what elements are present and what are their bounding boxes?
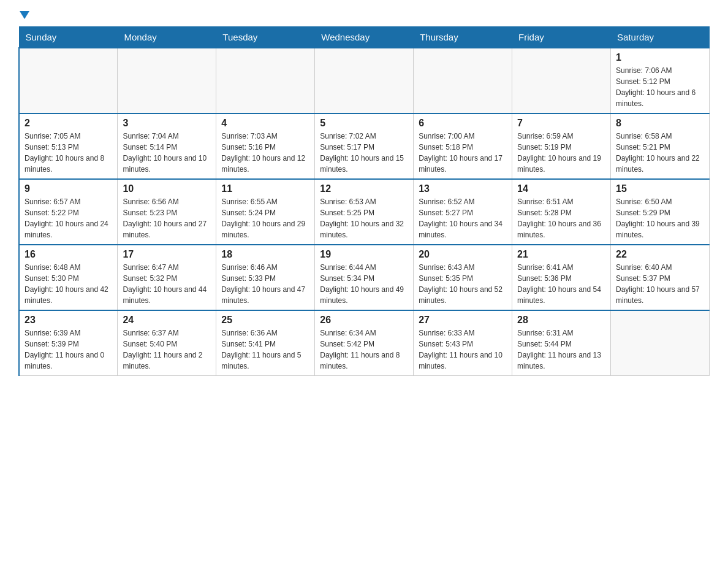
day-number: 2 <box>25 118 112 129</box>
calendar-cell: 10Sunrise: 6:56 AMSunset: 5:23 PMDayligh… <box>118 179 216 245</box>
day-info: Sunrise: 6:36 AMSunset: 5:41 PMDaylight:… <box>221 327 309 372</box>
calendar-cell: 28Sunrise: 6:31 AMSunset: 5:44 PMDayligh… <box>512 310 611 376</box>
calendar-cell: 23Sunrise: 6:39 AMSunset: 5:39 PMDayligh… <box>19 310 118 376</box>
calendar-cell: 22Sunrise: 6:40 AMSunset: 5:37 PMDayligh… <box>611 245 710 310</box>
calendar-cell: 16Sunrise: 6:48 AMSunset: 5:30 PMDayligh… <box>19 245 118 310</box>
day-number: 4 <box>221 118 309 129</box>
day-info: Sunrise: 6:46 AMSunset: 5:33 PMDaylight:… <box>221 262 309 306</box>
day-number: 5 <box>320 118 408 129</box>
day-number: 24 <box>123 315 211 326</box>
calendar-cell: 2Sunrise: 7:05 AMSunset: 5:13 PMDaylight… <box>19 113 118 179</box>
day-number: 16 <box>25 249 112 260</box>
logo <box>18 12 29 20</box>
calendar-cell <box>414 48 512 113</box>
day-info: Sunrise: 7:02 AMSunset: 5:17 PMDaylight:… <box>320 131 408 175</box>
calendar-table: SundayMondayTuesdayWednesdayThursdayFrid… <box>18 26 710 376</box>
calendar-cell: 20Sunrise: 6:43 AMSunset: 5:35 PMDayligh… <box>414 245 512 310</box>
day-info: Sunrise: 7:04 AMSunset: 5:14 PMDaylight:… <box>123 131 211 175</box>
calendar-cell: 27Sunrise: 6:33 AMSunset: 5:43 PMDayligh… <box>414 310 512 376</box>
weekday-header-friday: Friday <box>512 27 611 48</box>
day-info: Sunrise: 6:40 AMSunset: 5:37 PMDaylight:… <box>616 262 704 306</box>
calendar-cell: 7Sunrise: 6:59 AMSunset: 5:19 PMDaylight… <box>512 113 611 179</box>
calendar-week-row: 23Sunrise: 6:39 AMSunset: 5:39 PMDayligh… <box>19 310 710 376</box>
day-info: Sunrise: 6:52 AMSunset: 5:27 PMDaylight:… <box>419 196 507 240</box>
calendar-cell: 26Sunrise: 6:34 AMSunset: 5:42 PMDayligh… <box>315 310 414 376</box>
weekday-header-sunday: Sunday <box>19 27 118 48</box>
calendar-cell <box>118 48 216 113</box>
day-info: Sunrise: 6:55 AMSunset: 5:24 PMDaylight:… <box>221 196 309 240</box>
calendar-cell: 4Sunrise: 7:03 AMSunset: 5:16 PMDaylight… <box>216 113 315 179</box>
calendar-cell <box>315 48 414 113</box>
day-info: Sunrise: 6:59 AMSunset: 5:19 PMDaylight:… <box>517 131 605 175</box>
calendar-cell <box>19 48 118 113</box>
calendar-cell: 5Sunrise: 7:02 AMSunset: 5:17 PMDaylight… <box>315 113 414 179</box>
calendar-cell: 25Sunrise: 6:36 AMSunset: 5:41 PMDayligh… <box>216 310 315 376</box>
day-info: Sunrise: 6:47 AMSunset: 5:32 PMDaylight:… <box>123 262 211 306</box>
weekday-header-saturday: Saturday <box>611 27 710 48</box>
day-info: Sunrise: 7:05 AMSunset: 5:13 PMDaylight:… <box>25 131 112 175</box>
day-number: 27 <box>419 315 507 326</box>
weekday-header-tuesday: Tuesday <box>216 27 315 48</box>
day-number: 13 <box>419 183 507 194</box>
day-number: 18 <box>221 249 309 260</box>
calendar-cell: 11Sunrise: 6:55 AMSunset: 5:24 PMDayligh… <box>216 179 315 245</box>
day-number: 23 <box>25 315 112 326</box>
day-number: 6 <box>419 118 507 129</box>
calendar-week-row: 9Sunrise: 6:57 AMSunset: 5:22 PMDaylight… <box>19 179 710 245</box>
day-number: 21 <box>517 249 605 260</box>
calendar-cell: 12Sunrise: 6:53 AMSunset: 5:25 PMDayligh… <box>315 179 414 245</box>
day-info: Sunrise: 6:34 AMSunset: 5:42 PMDaylight:… <box>320 327 408 372</box>
calendar-cell: 15Sunrise: 6:50 AMSunset: 5:29 PMDayligh… <box>611 179 710 245</box>
day-info: Sunrise: 6:48 AMSunset: 5:30 PMDaylight:… <box>25 262 112 306</box>
day-number: 22 <box>616 249 704 260</box>
calendar-cell: 13Sunrise: 6:52 AMSunset: 5:27 PMDayligh… <box>414 179 512 245</box>
day-number: 1 <box>616 52 704 63</box>
calendar-week-row: 16Sunrise: 6:48 AMSunset: 5:30 PMDayligh… <box>19 245 710 310</box>
calendar-header: SundayMondayTuesdayWednesdayThursdayFrid… <box>19 27 710 48</box>
day-number: 15 <box>616 183 704 194</box>
day-number: 10 <box>123 183 211 194</box>
calendar-cell <box>611 310 710 376</box>
day-info: Sunrise: 6:50 AMSunset: 5:29 PMDaylight:… <box>616 196 704 240</box>
day-info: Sunrise: 6:31 AMSunset: 5:44 PMDaylight:… <box>517 327 605 372</box>
calendar-cell: 24Sunrise: 6:37 AMSunset: 5:40 PMDayligh… <box>118 310 216 376</box>
weekday-header-wednesday: Wednesday <box>315 27 414 48</box>
calendar-cell: 17Sunrise: 6:47 AMSunset: 5:32 PMDayligh… <box>118 245 216 310</box>
weekday-header-thursday: Thursday <box>414 27 512 48</box>
calendar-cell <box>216 48 315 113</box>
page-header <box>18 12 710 20</box>
calendar-week-row: 2Sunrise: 7:05 AMSunset: 5:13 PMDaylight… <box>19 113 710 179</box>
day-number: 8 <box>616 118 704 129</box>
day-info: Sunrise: 6:39 AMSunset: 5:39 PMDaylight:… <box>25 327 112 372</box>
day-info: Sunrise: 6:57 AMSunset: 5:22 PMDaylight:… <box>25 196 112 240</box>
day-number: 28 <box>517 315 605 326</box>
day-info: Sunrise: 6:44 AMSunset: 5:34 PMDaylight:… <box>320 262 408 306</box>
calendar-week-row: 1Sunrise: 7:06 AMSunset: 5:12 PMDaylight… <box>19 48 710 113</box>
calendar-cell: 21Sunrise: 6:41 AMSunset: 5:36 PMDayligh… <box>512 245 611 310</box>
logo-triangle-icon <box>20 11 29 19</box>
calendar-cell: 8Sunrise: 6:58 AMSunset: 5:21 PMDaylight… <box>611 113 710 179</box>
day-info: Sunrise: 6:41 AMSunset: 5:36 PMDaylight:… <box>517 262 605 306</box>
day-info: Sunrise: 6:53 AMSunset: 5:25 PMDaylight:… <box>320 196 408 240</box>
day-number: 12 <box>320 183 408 194</box>
day-number: 9 <box>25 183 112 194</box>
day-number: 26 <box>320 315 408 326</box>
day-info: Sunrise: 6:33 AMSunset: 5:43 PMDaylight:… <box>419 327 507 372</box>
day-number: 17 <box>123 249 211 260</box>
day-info: Sunrise: 6:37 AMSunset: 5:40 PMDaylight:… <box>123 327 211 372</box>
weekday-header-monday: Monday <box>118 27 216 48</box>
day-number: 25 <box>221 315 309 326</box>
calendar-cell: 1Sunrise: 7:06 AMSunset: 5:12 PMDaylight… <box>611 48 710 113</box>
calendar-body: 1Sunrise: 7:06 AMSunset: 5:12 PMDaylight… <box>19 48 710 376</box>
calendar-cell: 9Sunrise: 6:57 AMSunset: 5:22 PMDaylight… <box>19 179 118 245</box>
day-info: Sunrise: 7:06 AMSunset: 5:12 PMDaylight:… <box>616 65 704 109</box>
day-number: 14 <box>517 183 605 194</box>
day-info: Sunrise: 7:03 AMSunset: 5:16 PMDaylight:… <box>221 131 309 175</box>
calendar-cell: 19Sunrise: 6:44 AMSunset: 5:34 PMDayligh… <box>315 245 414 310</box>
calendar-cell: 3Sunrise: 7:04 AMSunset: 5:14 PMDaylight… <box>118 113 216 179</box>
day-info: Sunrise: 6:43 AMSunset: 5:35 PMDaylight:… <box>419 262 507 306</box>
calendar-cell: 6Sunrise: 7:00 AMSunset: 5:18 PMDaylight… <box>414 113 512 179</box>
day-info: Sunrise: 7:00 AMSunset: 5:18 PMDaylight:… <box>419 131 507 175</box>
day-number: 7 <box>517 118 605 129</box>
calendar-cell: 18Sunrise: 6:46 AMSunset: 5:33 PMDayligh… <box>216 245 315 310</box>
